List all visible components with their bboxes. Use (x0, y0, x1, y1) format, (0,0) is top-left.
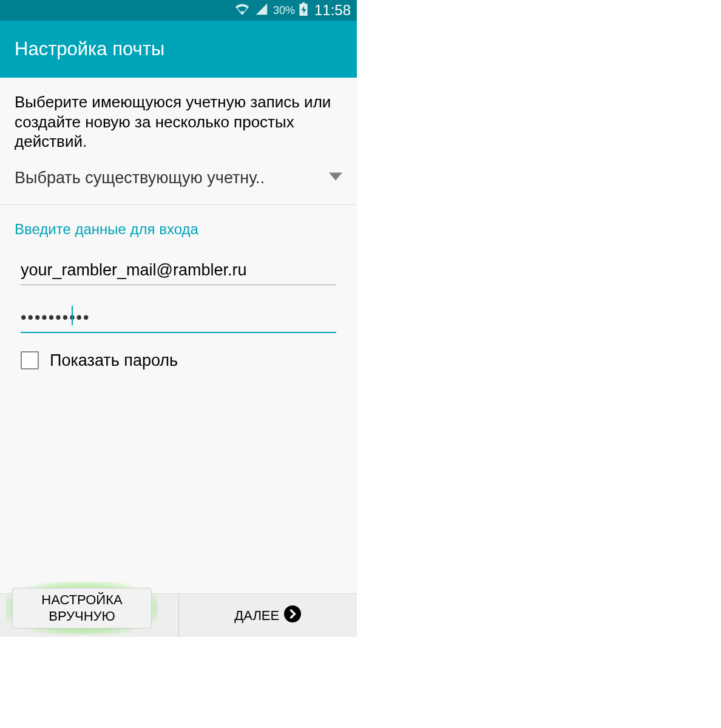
status-time: 11:58 (314, 2, 351, 19)
footer-bar: ДАЛЕЕ НАСТРОЙКА ВРУЧНУЮ (0, 593, 357, 637)
svg-point-0 (284, 605, 301, 622)
dropdown-arrow-icon (329, 172, 342, 183)
instruction-text: Выберите имеющуюся учетную запись или со… (15, 92, 342, 152)
next-button-label: ДАЛЕЕ (234, 608, 279, 624)
content-top-section: Выберите имеющуюся учетную запись или со… (0, 78, 357, 204)
battery-charging-icon (299, 2, 308, 19)
text-cursor (72, 306, 73, 325)
password-field-wrapper (21, 303, 336, 333)
battery-percent: 30% (273, 4, 295, 17)
login-heading: Введите данные для входа (15, 221, 342, 238)
signal-icon (254, 2, 269, 19)
email-field-wrapper (21, 256, 336, 285)
wifi-icon (234, 2, 250, 19)
password-field[interactable] (21, 303, 336, 333)
dropdown-label: Выбрать существующую учетну.. (15, 169, 265, 187)
show-password-label: Показать пароль (50, 351, 178, 370)
account-dropdown[interactable]: Выбрать существующую учетну.. (15, 169, 342, 192)
manual-button-line2: ВРУЧНУЮ (24, 608, 140, 624)
page-title: Настройка почты (15, 38, 164, 60)
checkbox-box[interactable] (21, 351, 39, 369)
next-button[interactable]: ДАЛЕЕ (179, 594, 357, 637)
login-section: Введите данные для входа Показать пароль (0, 205, 357, 594)
phone-screen: 30% 11:58 Настройка почты Выберите имеющ… (0, 0, 357, 637)
chevron-right-circle-icon (284, 605, 301, 626)
manual-button-highlight: НАСТРОЙКА ВРУЧНУЮ (6, 582, 158, 635)
status-bar: 30% 11:58 (0, 0, 357, 21)
show-password-checkbox-row[interactable]: Показать пароль (21, 351, 336, 370)
app-header: Настройка почты (0, 21, 357, 78)
email-field[interactable] (21, 256, 336, 285)
manual-button-line1: НАСТРОЙКА (24, 592, 140, 608)
manual-setup-button[interactable]: НАСТРОЙКА ВРУЧНУЮ (12, 588, 152, 629)
